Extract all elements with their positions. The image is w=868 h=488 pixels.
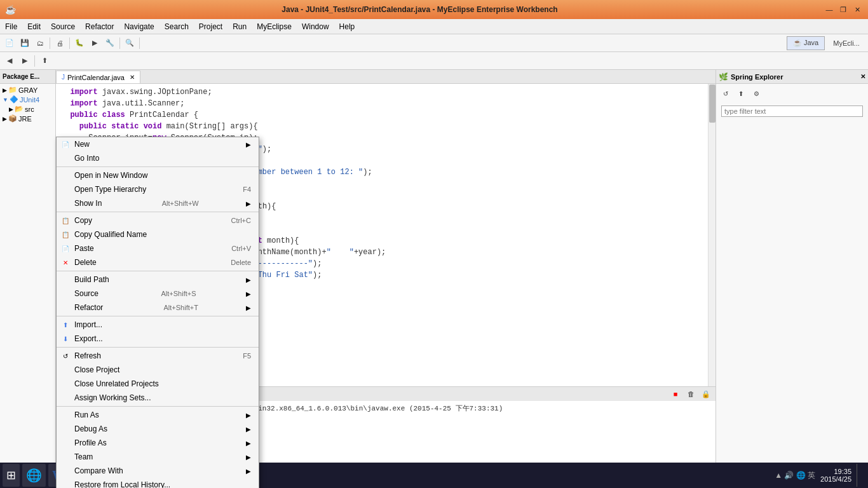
show-desktop-icon[interactable] xyxy=(857,464,860,487)
clear-console-button[interactable]: 🗑 xyxy=(684,387,698,401)
perspective-myeclipse[interactable]: MyEcli... xyxy=(827,36,865,50)
menu-help[interactable]: Help xyxy=(334,19,360,34)
editor-tab-printcalendar[interactable]: J PrintCalendar.java ✕ xyxy=(56,71,140,83)
menu-myeclipse[interactable]: MyEclipse xyxy=(252,19,297,34)
title-bar-title: Java - JUnit4_Test/src/PrintCalendar.jav… xyxy=(16,5,824,14)
ctx-refresh[interactable]: ↺ Refresh F5 xyxy=(57,349,259,363)
ctx-close-unrelated[interactable]: Close Unrelated Projects xyxy=(57,377,259,391)
maximize-button[interactable]: ❐ xyxy=(837,4,849,15)
new-button[interactable]: 📄 xyxy=(3,36,17,50)
ctx-assign-working-sets[interactable]: Assign Working Sets... xyxy=(57,391,259,405)
menu-bar: File Edit Source Refactor Navigate Searc… xyxy=(0,19,868,34)
ctx-export[interactable]: ⬇ Export... xyxy=(57,332,259,346)
start-button[interactable]: ⊞ xyxy=(3,464,20,487)
arrow-icon: ▶ xyxy=(246,200,251,207)
tree-item-src[interactable]: ▶ 📂 src xyxy=(1,104,54,114)
close-spring-icon[interactable]: ✕ xyxy=(860,73,865,80)
main-area: Package E... ▶ 📁 GRAY ▼ 🔷 JUnit4 ▶ 📂 src… xyxy=(0,70,868,463)
run-button[interactable]: ▶ xyxy=(88,36,102,50)
spring-settings-btn[interactable]: ⚙ xyxy=(749,86,763,100)
save-all-button[interactable]: 🗂 xyxy=(33,36,47,50)
spring-collapse-btn[interactable]: ⬆ xyxy=(734,86,748,100)
title-bar: ☕ Java - JUnit4_Test/src/PrintCalendar.j… xyxy=(0,0,868,19)
search-button[interactable]: 🔍 xyxy=(123,36,137,50)
menu-refactor[interactable]: Refactor xyxy=(80,19,119,34)
ctx-go-into[interactable]: Go Into xyxy=(57,151,259,165)
app-icon: ☕ xyxy=(5,4,16,15)
minimize-button[interactable]: — xyxy=(824,4,835,15)
stop-button[interactable]: ■ xyxy=(668,387,682,401)
close-tab-icon[interactable]: ✕ xyxy=(130,74,135,81)
taskbar-ie[interactable]: 🌐 xyxy=(22,464,46,487)
spring-filter-input[interactable] xyxy=(721,105,863,117)
menu-file[interactable]: File xyxy=(0,19,22,34)
arrow-icon: ▶ xyxy=(246,290,251,297)
ctx-team[interactable]: Team ▶ xyxy=(57,450,259,464)
menu-run[interactable]: Run xyxy=(227,19,252,34)
scrollbar-thumb[interactable] xyxy=(709,85,715,123)
ctx-run-as[interactable]: Run As ▶ xyxy=(57,408,259,422)
spring-refresh-btn[interactable]: ↺ xyxy=(719,86,733,100)
scroll-lock-button[interactable]: 🔒 xyxy=(699,387,713,401)
save-button[interactable]: 💾 xyxy=(18,36,32,50)
ctx-new[interactable]: 📄 New ▶ xyxy=(57,137,259,151)
ctx-paste[interactable]: 📄 Paste Ctrl+V xyxy=(57,241,259,255)
forward-button[interactable]: ▶ xyxy=(18,54,32,68)
code-line: import javax.swing.JOptionPane; xyxy=(61,86,703,98)
ctx-source[interactable]: Source Alt+Shift+S ▶ xyxy=(57,287,259,301)
clock-date: 2015/4/25 xyxy=(820,475,851,483)
ctx-label: Restore from Local History... xyxy=(74,480,170,488)
tree-label: GRAY xyxy=(18,86,37,94)
menu-search[interactable]: Search xyxy=(159,19,194,34)
ctx-label: Compare With xyxy=(74,466,123,475)
ctx-sep4 xyxy=(57,316,259,316)
arrow-icon: ▶ xyxy=(246,440,251,447)
ctx-profile-as[interactable]: Profile As ▶ xyxy=(57,436,259,450)
ctx-copy[interactable]: 📋 Copy Ctrl+C xyxy=(57,214,259,227)
ctx-restore-local[interactable]: Restore from Local History... xyxy=(57,478,259,488)
menu-project[interactable]: Project xyxy=(194,19,227,34)
back-button[interactable]: ◀ xyxy=(3,54,17,68)
shortcut-label: F5 xyxy=(243,352,251,360)
context-menu: 📄 New ▶ Go Into Open in New Window Open … xyxy=(56,137,259,488)
tree-item-jre[interactable]: ▶ 📦 JRE xyxy=(1,114,54,123)
shortcut-label: Alt+Shift+W xyxy=(162,200,199,207)
menu-window[interactable]: Window xyxy=(297,19,334,34)
menu-navigate[interactable]: Navigate xyxy=(119,19,159,34)
tree-label: JRE xyxy=(18,115,32,123)
expand-icon: ▼ xyxy=(3,97,8,103)
menu-source[interactable]: Source xyxy=(46,19,80,34)
tray-icons: ▲ 🔊 🌐 英 xyxy=(775,470,815,481)
ctx-import[interactable]: ⬆ Import... xyxy=(57,318,259,332)
ctx-open-new-window[interactable]: Open in New Window xyxy=(57,168,259,182)
ctx-refactor[interactable]: Refactor Alt+Shift+T ▶ xyxy=(57,301,259,315)
ctx-copy-qualified[interactable]: 📋 Copy Qualified Name xyxy=(57,227,259,241)
navigate-btn[interactable]: ⬆ xyxy=(37,54,51,68)
title-bar-left: ☕ xyxy=(5,4,16,15)
src-icon: 📂 xyxy=(15,105,24,113)
ctx-sep6 xyxy=(57,406,259,407)
tab-label: PrintCalendar.java xyxy=(67,74,125,81)
spring-explorer: 🌿 Spring Explorer ✕ ↺ ⬆ ⚙ xyxy=(715,70,868,463)
debug-button[interactable]: 🐛 xyxy=(72,36,86,50)
tree-item-gray[interactable]: ▶ 📁 GRAY xyxy=(1,85,54,95)
sep4 xyxy=(139,37,140,49)
ctx-label: Copy xyxy=(74,216,92,225)
ctx-show-in[interactable]: Show In Alt+Shift+W ▶ xyxy=(57,196,259,210)
ctx-close-project[interactable]: Close Project xyxy=(57,363,259,377)
tree-label: JUnit4 xyxy=(20,96,39,104)
editor-scrollbar[interactable] xyxy=(708,84,715,386)
sep1 xyxy=(50,37,50,49)
tree-item-junit4[interactable]: ▼ 🔷 JUnit4 xyxy=(1,95,54,104)
perspective-java[interactable]: ☕ Java xyxy=(787,36,825,50)
close-button[interactable]: ✕ xyxy=(851,4,863,15)
ctx-debug-as[interactable]: Debug As ▶ xyxy=(57,422,259,436)
ctx-build-path[interactable]: Build Path ▶ xyxy=(57,273,259,287)
ctx-delete[interactable]: ✕ Delete Delete xyxy=(57,255,259,269)
menu-edit[interactable]: Edit xyxy=(22,19,46,34)
ctx-compare-with[interactable]: Compare With ▶ xyxy=(57,464,259,478)
print-button[interactable]: 🖨 xyxy=(53,36,67,50)
external-tools-button[interactable]: 🔧 xyxy=(103,36,117,50)
ctx-open-type-hierarchy[interactable]: Open Type Hierarchy F4 xyxy=(57,182,259,196)
ctx-label: Refresh xyxy=(74,351,101,360)
